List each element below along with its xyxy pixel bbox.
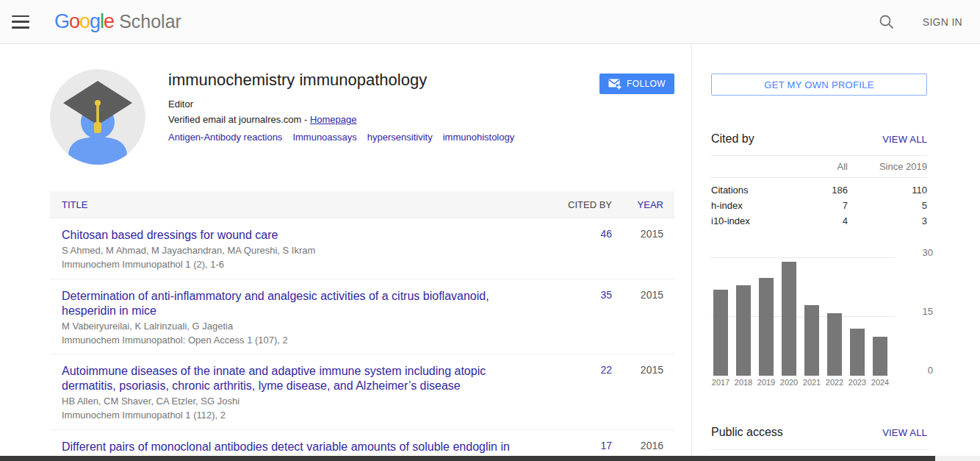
articles-table-header: TITLE CITED BY YEAR [50,191,674,218]
interest-link[interactable]: hypersensitivity [367,132,433,143]
chart-bar[interactable] [827,313,842,376]
chart-bars: 20172018201920202021202220232024 [713,258,887,376]
stats-row: h-index75 [711,198,927,213]
cited-by-heading: Cited by [711,132,754,146]
top-bar: Google Scholar SIGN IN [0,0,980,44]
profile-affiliation: Editor [168,99,599,110]
article-venue: Immunochem Immunopathol: Open Access 1 (… [62,335,535,346]
article-row: Determination of anti-inflammatory and a… [50,279,674,355]
follow-envelope-icon [608,79,621,90]
chart-x-tick-label: 2018 [735,378,752,387]
article-row: Chitosan based dressings for wound careS… [50,218,674,279]
articles-table: TITLE CITED BY YEAR Chitosan based dress… [50,191,674,461]
stats-label: Citations [711,185,790,196]
chart-bar-column: 2018 [736,258,751,376]
profile-verified-email: Verified email at journalres.com - Homep… [168,114,599,125]
sign-in-button[interactable]: SIGN IN [923,16,962,28]
stats-label: i10-index [711,215,790,226]
stats-row: i10-index43 [711,213,927,229]
interest-link[interactable]: Antigen-Antibody reactions [168,132,282,143]
google-logo-letter: o [69,10,79,32]
horizontal-scrollbar-track[interactable] [0,456,980,461]
stats-value-all: 7 [790,200,848,211]
stats-col-since: Since 2019 [848,161,927,172]
article-year: 2015 [612,228,674,271]
profile-interests: Antigen-Antibody reactionsImmunoassayshy… [168,132,599,143]
chart-bar[interactable] [782,262,796,376]
chart-bar-column: 2021 [804,258,819,376]
chart-bar-column: 2022 [827,258,842,376]
chart-bar[interactable] [713,290,728,376]
article-title-link[interactable]: Autoimmune diseases of the innate and ad… [62,364,535,393]
google-logo-letter: G [54,10,69,32]
chart-bar[interactable] [804,305,819,376]
article-venue: Immunochem Immunopathol 1 (2), 1-6 [62,259,535,271]
homepage-link[interactable]: Homepage [310,114,357,125]
article-title-link[interactable]: Determination of anti-inflammatory and a… [62,289,535,318]
chart-bar[interactable] [850,329,865,376]
article-cited-by-count[interactable]: 46 [557,228,612,271]
public-access-view-all-link[interactable]: VIEW ALL [882,427,927,438]
stats-value-since: 110 [848,185,927,196]
sidebar: GET MY OWN PROFILE Cited by VIEW ALL All… [691,44,980,461]
stats-label: h-index [711,200,790,211]
cited-by-view-all-link[interactable]: VIEW ALL [882,134,927,145]
public-access-heading: Public access [711,426,783,439]
stats-value-all: 186 [790,185,848,196]
chart-bar[interactable] [873,337,887,376]
citations-per-year-chart: 0153020172018201920202021202220232024 [711,258,927,399]
stats-row: Citations186110 [711,182,927,198]
chart-bar-column: 2020 [782,258,796,376]
google-logo-text: Google [54,10,114,33]
profile-avatar [50,69,145,165]
chart-bar-column: 2019 [759,258,774,376]
google-logo-letter: o [79,10,90,32]
chart-bar[interactable] [759,278,774,376]
interest-link[interactable]: immunohistology [443,132,515,143]
chart-x-tick-label: 2022 [826,378,843,387]
verified-email-text: Verified email at journalres.com - [168,114,310,125]
article-cited-by-count[interactable]: 22 [557,364,612,422]
article-cited-by-count[interactable]: 35 [557,289,612,347]
chart-x-tick-label: 2020 [780,378,798,387]
sort-by-year-header[interactable]: YEAR [612,199,674,210]
chart-y-tick-label: 0 [911,365,933,376]
google-scholar-logo[interactable]: Google Scholar [54,10,181,33]
public-access-section: Public access VIEW ALL [711,426,927,450]
stats-value-since: 5 [848,200,927,211]
article-venue: Immunochem Immunopathol 1 (112), 2 [62,410,535,421]
cited-by-header: CITED BY [557,199,612,210]
article-year: 2015 [612,364,674,422]
article-authors: S Ahmed, M Ahmad, M Jayachandran, MA Qur… [62,245,535,257]
chart-y-tick-label: 15 [911,306,933,317]
article-year: 2015 [612,289,674,347]
google-logo-letter: g [90,10,100,32]
chart-bar-column: 2023 [850,258,865,376]
public-access-divider [711,449,927,450]
chart-x-tick-label: 2021 [803,378,821,387]
scholar-logo-text: Scholar [119,11,181,32]
chart-bar-column: 2024 [873,258,887,376]
sort-by-title-header[interactable]: TITLE [62,199,557,210]
horizontal-scrollbar-thumb[interactable] [0,456,935,461]
google-logo-letter: e [104,10,114,32]
chart-x-tick-label: 2019 [757,378,775,387]
cited-by-section: Cited by VIEW ALL All Since 2019 Citatio… [711,132,927,399]
get-my-own-profile-button[interactable]: GET MY OWN PROFILE [711,74,927,96]
stats-value-since: 3 [848,215,927,226]
chart-bar[interactable] [736,285,751,376]
profile-main: immunochemistry immunopathology Editor V… [50,44,674,461]
article-title-link[interactable]: Chitosan based dressings for wound care [62,228,278,243]
follow-button-label: FOLLOW [627,79,666,89]
hamburger-menu-icon[interactable] [12,15,29,29]
chart-x-tick-label: 2017 [712,378,729,387]
interest-link[interactable]: Immunoassays [292,132,356,143]
stats-column-headers: All Since 2019 [711,155,927,178]
follow-button[interactable]: FOLLOW [599,74,674,94]
chart-y-tick-label: 30 [911,247,933,258]
chart-x-tick-label: 2024 [871,378,889,387]
article-row: Autoimmune diseases of the innate and ad… [50,354,674,430]
stats-col-all: All [790,161,848,172]
chart-bar-column: 2017 [713,258,728,376]
search-icon[interactable] [879,14,895,30]
